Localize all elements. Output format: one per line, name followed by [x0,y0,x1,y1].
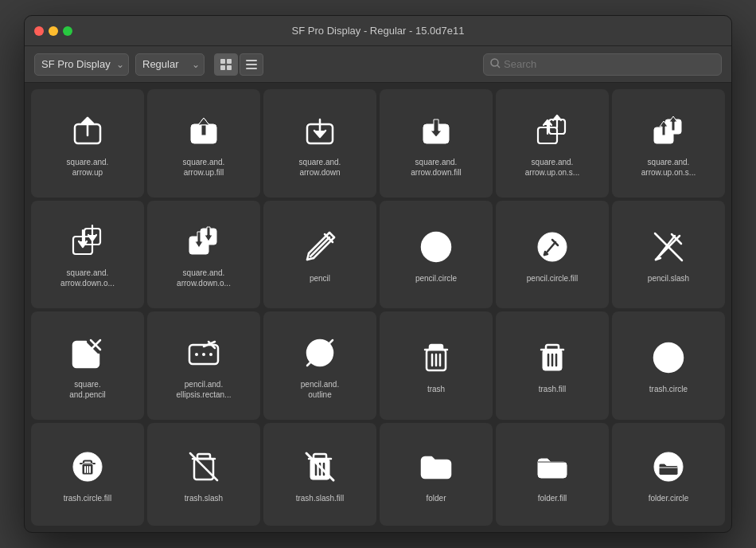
icon-label: pencil.and.outline [301,379,339,400]
list-item[interactable]: pencil.slash [612,201,725,309]
icon-label: folder [426,493,446,503]
toolbar: SF Pro Display SF Pro Text SF Compact Ne… [25,46,731,83]
svg-rect-95 [194,459,213,480]
svg-marker-13 [198,118,209,125]
font-style-select[interactable]: Regular Bold Italic Light Medium Semibol… [135,53,205,76]
svg-line-8 [497,65,500,68]
grid-view-button[interactable] [214,53,238,76]
traffic-lights [34,26,72,36]
list-item[interactable]: square.and.arrow.up.on.s... [496,89,609,198]
list-item[interactable]: square.and.arrow.up.on.s... [612,89,725,198]
icon-label: square.and.arrow.down.fill [411,157,461,178]
font-family-wrapper: SF Pro Display SF Pro Text SF Compact Ne… [34,53,129,76]
trash-slash-fill-icon [300,447,340,487]
icon-label: pencil.and.ellipsis.rectan... [177,379,232,400]
square-and-arrow-down-o1-icon [68,221,107,261]
pencil-and-ellipsis-rectan-icon [184,333,224,373]
list-item[interactable]: folder.circle [612,423,725,526]
pencil-and-outline-icon [300,333,340,373]
svg-line-35 [310,237,329,256]
icon-label: square.and.arrow.down.o... [60,268,115,288]
list-item[interactable]: pencil [263,201,376,309]
svg-line-41 [314,237,334,258]
icon-label: square.and.arrow.down [299,157,341,178]
svg-rect-2 [220,65,225,70]
icon-label: square.and.arrow.up.fill [183,157,225,178]
list-item[interactable]: trash.circle [612,311,725,420]
list-item[interactable]: pencil.circle.fill [496,201,609,309]
search-input[interactable] [504,58,715,70]
titlebar: SF Pro Display - Regular - 15.0d7e11 [25,16,731,46]
app-window: SF Pro Display - Regular - 15.0d7e11 SF … [24,15,732,533]
svg-point-62 [202,353,205,356]
icon-grid: square.and.arrow.up square.and.arrow.up.… [31,89,725,526]
svg-line-51 [544,252,545,255]
pencil-icon [300,227,340,267]
svg-line-39 [309,233,329,253]
close-button[interactable] [34,26,44,36]
list-view-button[interactable] [240,53,263,76]
list-item[interactable]: square.and.arrow.up [31,89,144,198]
svg-rect-6 [246,68,257,69]
window-title: SF Pro Display - Regular - 15.0d7e11 [292,25,465,37]
trash-slash-icon [184,447,224,487]
view-toggle [214,53,263,76]
list-item[interactable]: trash.slash [147,423,260,526]
icon-label: square.and.arrow.down.o... [177,268,231,288]
icon-label: folder.fill [538,493,567,503]
list-item[interactable]: pencil.and.outline [263,311,376,420]
list-item[interactable]: square.and.arrow.down.o... [147,201,260,309]
icon-label: pencil.circle [415,273,457,284]
minimize-button[interactable] [49,26,58,36]
svg-rect-4 [246,60,257,61]
icon-label: square.and.arrow.up.on.s... [525,157,579,178]
icon-label: pencil.slash [648,273,689,284]
folder-circle-icon [649,447,688,487]
svg-point-61 [195,353,198,356]
trash-circle-fill-icon [68,447,107,487]
maximize-button[interactable] [63,26,72,36]
icon-label: square.and.arrow.up.on.s... [641,157,696,178]
font-style-wrapper: Regular Bold Italic Light Medium Semibol… [135,53,205,76]
icon-label: folder.circle [649,493,689,503]
icon-label: trash.slash.fill [296,493,345,503]
svg-rect-0 [220,59,225,64]
pencil-circle-icon [416,227,456,267]
list-item[interactable]: square.and.arrow.down.fill [380,89,493,198]
svg-rect-1 [227,59,232,64]
list-item[interactable]: square.and.pencil [31,311,144,420]
list-item[interactable]: pencil.circle [380,201,493,309]
icon-label: trash.circle.fill [64,493,112,503]
square-and-arrow-up-on-s2-icon [649,111,688,151]
search-box [483,53,722,76]
square-and-pencil-icon [68,333,107,373]
list-item[interactable]: square.and.arrow.down.o... [31,201,144,309]
list-item[interactable]: trash [380,311,493,420]
pencil-circle-fill-icon [532,227,572,267]
list-item[interactable]: folder.fill [496,423,609,526]
square-and-arrow-up-fill-icon [184,111,224,151]
folder-icon [416,447,456,487]
svg-rect-5 [246,64,257,65]
list-item[interactable]: pencil.and.ellipsis.rectan... [147,311,260,420]
trash-circle-icon [649,338,688,378]
list-item[interactable]: trash.fill [496,311,609,420]
list-item[interactable]: square.and.arrow.up.fill [147,89,260,198]
svg-line-46 [428,252,429,255]
square-and-arrow-down-icon [300,111,340,151]
svg-line-55 [656,236,680,260]
list-item[interactable]: trash.slash.fill [263,423,376,526]
list-item[interactable]: trash.circle.fill [31,423,144,526]
icon-label: pencil [310,273,330,284]
square-and-arrow-down-o2-icon [184,221,224,261]
icon-label: trash [427,384,445,394]
list-item[interactable]: square.and.arrow.down [263,89,376,198]
icon-label: trash.slash [185,493,223,503]
square-and-arrow-up-on-s-icon [532,111,572,151]
svg-rect-3 [227,65,232,70]
list-item[interactable]: folder [380,423,493,526]
svg-rect-14 [201,125,206,135]
icon-label: pencil.circle.fill [527,273,578,284]
font-family-select[interactable]: SF Pro Display SF Pro Text SF Compact Ne… [34,53,129,76]
icon-grid-container: square.and.arrow.up square.and.arrow.up.… [25,83,731,532]
